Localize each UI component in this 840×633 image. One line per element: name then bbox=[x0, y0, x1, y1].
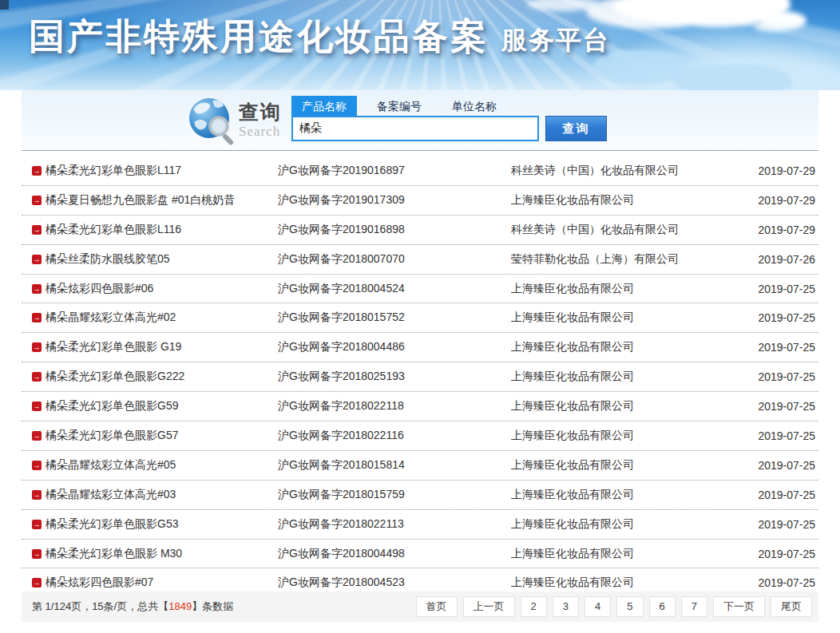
detail-arrow-icon[interactable]: → bbox=[32, 372, 42, 382]
row-detail-icon-cell: → bbox=[22, 461, 46, 470]
filing-number-cell: 沪G妆网备字2018004524 bbox=[278, 282, 511, 296]
product-name-cell: 橘朵夏日畅想九色眼影盘 #01白桃奶昔 bbox=[46, 193, 278, 208]
header-banner: 国产非特殊用途化妆品备案 服务平台 bbox=[0, 0, 840, 90]
page-number-button[interactable]: 6 bbox=[649, 596, 676, 617]
corner-decoration bbox=[0, 0, 9, 10]
pager: 首页 上一页 234567 下一页 尾页 bbox=[416, 596, 812, 617]
filing-number-cell: 沪G妆网备字2019016897 bbox=[278, 164, 511, 178]
filing-date-cell: 2019-07-29 bbox=[748, 224, 818, 236]
prev-page-button[interactable]: 上一页 bbox=[463, 596, 515, 617]
detail-arrow-icon[interactable]: → bbox=[32, 402, 42, 411]
page-number-button[interactable]: 4 bbox=[584, 596, 611, 617]
first-page-button[interactable]: 首页 bbox=[416, 596, 458, 617]
detail-arrow-icon[interactable]: → bbox=[32, 549, 42, 559]
table-row[interactable]: → 橘朵柔光幻彩单色眼影G222 沪G妆网备字2018025193 上海臻臣化妆… bbox=[22, 362, 818, 392]
detail-arrow-icon[interactable]: → bbox=[32, 490, 42, 500]
table-row[interactable]: → 橘朵柔光幻彩单色眼影L117 沪G妆网备字2019016897 科丝美诗（中… bbox=[22, 156, 818, 186]
table-row[interactable]: → 橘朵晶耀炫彩立体高光#02 沪G妆网备字2018015752 上海臻臣化妆品… bbox=[22, 303, 818, 333]
row-detail-icon-cell: → bbox=[22, 255, 46, 264]
product-name-cell: 橘朵柔光幻彩单色眼影 M30 bbox=[46, 547, 278, 561]
filing-date-cell: 2019-07-25 bbox=[748, 576, 818, 589]
tab-product-name[interactable]: 产品名称 bbox=[291, 96, 357, 118]
table-row[interactable]: → 橘朵柔光幻彩单色眼影G57 沪G妆网备字2018022116 上海臻臣化妆品… bbox=[22, 421, 818, 451]
detail-arrow-icon[interactable]: → bbox=[32, 313, 42, 322]
detail-arrow-icon[interactable]: → bbox=[32, 342, 42, 352]
table-row[interactable]: → 橘朵柔光幻彩单色眼影L116 沪G妆网备字2019016898 科丝美诗（中… bbox=[22, 216, 818, 245]
detail-arrow-icon[interactable]: → bbox=[32, 431, 42, 441]
filing-date-cell: 2019-07-25 bbox=[748, 370, 818, 383]
row-detail-icon-cell: → bbox=[22, 342, 46, 352]
row-detail-icon-cell: → bbox=[22, 402, 46, 411]
company-name-cell: 上海臻臣化妆品有限公司 bbox=[511, 547, 748, 561]
page-number-button[interactable]: 5 bbox=[616, 596, 643, 617]
filing-date-cell: 2019-07-25 bbox=[748, 518, 818, 531]
table-row[interactable]: → 橘朵炫彩四色眼影#06 沪G妆网备字2018004524 上海臻臣化妆品有限… bbox=[22, 275, 818, 304]
page-title-sub: 服务平台 bbox=[501, 23, 610, 58]
row-detail-icon-cell: → bbox=[22, 520, 46, 529]
detail-arrow-icon[interactable]: → bbox=[32, 461, 42, 470]
page-number-button[interactable]: 2 bbox=[521, 596, 547, 617]
page-number-button[interactable]: 7 bbox=[681, 596, 707, 617]
row-detail-icon-cell: → bbox=[22, 313, 46, 322]
next-page-button[interactable]: 下一页 bbox=[713, 596, 765, 617]
row-detail-icon-cell: → bbox=[22, 225, 46, 235]
product-name-cell: 橘朵炫彩四色眼影#07 bbox=[46, 576, 278, 590]
company-name-cell: 上海臻臣化妆品有限公司 bbox=[511, 517, 748, 532]
company-name-cell: 上海臻臣化妆品有限公司 bbox=[511, 429, 748, 443]
filing-number-cell: 沪G妆网备字2018022113 bbox=[278, 517, 511, 532]
filing-number-cell: 沪G妆网备字2018007070 bbox=[278, 252, 511, 267]
product-name-cell: 橘朵晶耀炫彩立体高光#05 bbox=[46, 458, 278, 473]
row-detail-icon-cell: → bbox=[22, 578, 46, 588]
company-name-cell: 上海臻臣化妆品有限公司 bbox=[511, 399, 748, 413]
filing-number-cell: 沪G妆网备字2019016898 bbox=[278, 223, 511, 237]
detail-arrow-icon[interactable]: → bbox=[32, 225, 42, 235]
last-page-button[interactable]: 尾页 bbox=[771, 596, 812, 617]
page-number-button[interactable]: 3 bbox=[553, 596, 579, 617]
detail-arrow-icon[interactable]: → bbox=[32, 284, 42, 294]
detail-arrow-icon[interactable]: → bbox=[32, 520, 42, 529]
company-name-cell: 上海臻臣化妆品有限公司 bbox=[511, 311, 748, 325]
product-name-cell: 橘朵柔光幻彩单色眼影G53 bbox=[46, 517, 278, 532]
filing-number-cell: 沪G妆网备字2018015759 bbox=[278, 488, 511, 502]
table-row[interactable]: → 橘朵柔光幻彩单色眼影G53 沪G妆网备字2018022113 上海臻臣化妆品… bbox=[22, 510, 818, 540]
table-row[interactable]: → 橘朵丝柔防水眼线胶笔05 沪G妆网备字2018007070 莹特菲勒化妆品（… bbox=[22, 245, 818, 275]
filing-number-cell: 沪G妆网备字2018004498 bbox=[278, 547, 511, 561]
filing-number-cell: 沪G妆网备字2018022116 bbox=[278, 429, 511, 443]
filing-date-cell: 2019-07-25 bbox=[748, 489, 818, 501]
table-row[interactable]: → 橘朵晶耀炫彩立体高光#05 沪G妆网备字2018015814 上海臻臣化妆品… bbox=[22, 451, 818, 481]
globe-search-icon bbox=[188, 97, 236, 149]
search-input[interactable] bbox=[291, 116, 539, 141]
filing-number-cell: 沪G妆网备字2018022118 bbox=[278, 399, 511, 413]
filing-number-cell: 沪G妆网备字2018025193 bbox=[278, 370, 511, 384]
table-row[interactable]: → 橘朵晶耀炫彩立体高光#03 沪G妆网备字2018015759 上海臻臣化妆品… bbox=[22, 481, 818, 510]
detail-arrow-icon[interactable]: → bbox=[32, 255, 42, 264]
company-name-cell: 科丝美诗（中国）化妆品有限公司 bbox=[511, 223, 748, 237]
product-name-cell: 橘朵晶耀炫彩立体高光#03 bbox=[46, 488, 278, 502]
detail-arrow-icon[interactable]: → bbox=[32, 196, 42, 205]
search-button[interactable]: 查询 bbox=[545, 116, 607, 141]
results-table: → 橘朵柔光幻彩单色眼影L117 沪G妆网备字2019016897 科丝美诗（中… bbox=[22, 156, 818, 598]
table-row[interactable]: → 橘朵夏日畅想九色眼影盘 #01白桃奶昔 沪G妆网备字2019017309 上… bbox=[22, 186, 818, 216]
row-detail-icon-cell: → bbox=[22, 196, 46, 205]
row-detail-icon-cell: → bbox=[22, 549, 46, 559]
filing-date-cell: 2019-07-25 bbox=[748, 459, 818, 472]
filing-number-cell: 沪G妆网备字2018015752 bbox=[278, 311, 511, 325]
tab-filing-number[interactable]: 备案编号 bbox=[367, 96, 432, 118]
table-row[interactable]: → 橘朵柔光幻彩单色眼影G59 沪G妆网备字2018022118 上海臻臣化妆品… bbox=[22, 392, 818, 421]
product-name-cell: 橘朵柔光幻彩单色眼影L116 bbox=[46, 223, 278, 237]
filing-number-cell: 沪G妆网备字2019017309 bbox=[278, 193, 511, 208]
table-row[interactable]: → 橘朵柔光幻彩单色眼影 G19 沪G妆网备字2018004486 上海臻臣化妆… bbox=[22, 333, 818, 362]
search-tabs: 产品名称 备案编号 单位名称 bbox=[291, 96, 507, 118]
product-name-cell: 橘朵柔光幻彩单色眼影 G19 bbox=[46, 340, 278, 354]
row-detail-icon-cell: → bbox=[22, 166, 46, 176]
product-name-cell: 橘朵柔光幻彩单色眼影L117 bbox=[46, 164, 278, 178]
page: 国产非特殊用途化妆品备案 服务平台 bbox=[0, 0, 840, 633]
company-name-cell: 上海臻臣化妆品有限公司 bbox=[511, 488, 748, 502]
row-detail-icon-cell: → bbox=[22, 284, 46, 294]
results-summary: 第 1/124页，15条/页，总共【1849】条数据 bbox=[32, 599, 233, 614]
company-name-cell: 上海臻臣化妆品有限公司 bbox=[511, 576, 748, 590]
tab-company-name[interactable]: 单位名称 bbox=[442, 96, 507, 118]
table-row[interactable]: → 橘朵柔光幻彩单色眼影 M30 沪G妆网备字2018004498 上海臻臣化妆… bbox=[22, 540, 818, 569]
detail-arrow-icon[interactable]: → bbox=[32, 578, 42, 588]
detail-arrow-icon[interactable]: → bbox=[32, 166, 42, 176]
